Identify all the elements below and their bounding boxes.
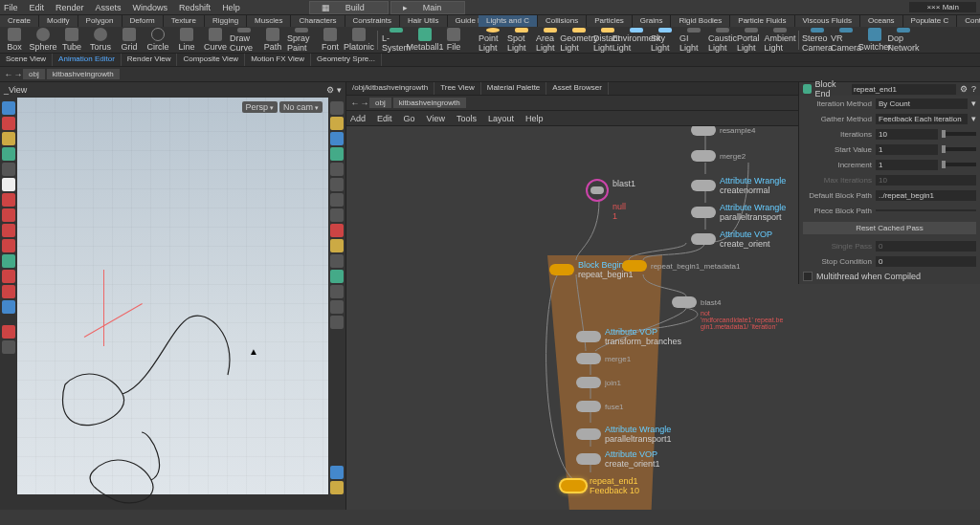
tool-icon[interactable]	[330, 101, 344, 115]
tool-line[interactable]: Line	[172, 28, 201, 53]
tab-scene-view[interactable]: Scene View	[0, 54, 53, 66]
param-value[interactable]	[876, 209, 976, 211]
node-repeat-begin1[interactable]: Block Beginrepeat_begin1	[549, 260, 634, 279]
viewport-opts-icon[interactable]: ⚙ ▾	[326, 85, 342, 95]
lightbulb-icon[interactable]	[330, 239, 344, 252]
menu-file[interactable]: File	[4, 3, 18, 12]
menu-edit[interactable]: Edit	[30, 3, 45, 12]
tab-network[interactable]: /obj/kitbashveingrowth	[346, 82, 434, 95]
param-slider[interactable]	[942, 163, 976, 166]
tab-render-view[interactable]: Render View	[122, 54, 178, 66]
path-obj[interactable]: obj	[23, 69, 45, 79]
tab-animation-editor[interactable]: Animation Editor	[53, 54, 122, 66]
node-create-orient1[interactable]: Attribute VOPcreate_orient1	[576, 449, 660, 469]
tab-material-palette[interactable]: Material Palette	[481, 82, 547, 95]
cam-dropdown[interactable]: No cam ▾	[279, 101, 323, 113]
node-repeat-end1[interactable]: repeat_end1Feedback 10	[561, 476, 639, 495]
point-light-icon[interactable]: Point Light	[479, 28, 507, 53]
node-paralleltransport1[interactable]: Attribute Wrangleparalleltransport1	[576, 425, 672, 444]
tool-icon[interactable]	[330, 270, 344, 283]
tool-curve[interactable]: Curve	[201, 28, 230, 53]
param-value[interactable]: 10	[876, 129, 938, 140]
tool-icon[interactable]	[330, 316, 344, 329]
node-paralleltransport[interactable]: Attribute Wrangleparalleltransport	[691, 203, 786, 222]
tool-icon[interactable]	[330, 466, 344, 479]
tool-platonic[interactable]: Platonic	[345, 28, 373, 53]
tool-spraypaint[interactable]: Spray Paint	[287, 28, 316, 53]
stereo-camera-icon[interactable]: Stereo Camera	[803, 28, 832, 53]
node-name-input[interactable]	[852, 84, 956, 95]
param-value[interactable]: 10	[876, 175, 976, 186]
tool-icon[interactable]	[330, 481, 344, 494]
tool-icon[interactable]	[2, 193, 15, 207]
tool-icon[interactable]	[2, 300, 15, 314]
tool-icon[interactable]	[2, 163, 15, 176]
nav-fwd-icon[interactable]: →	[360, 98, 369, 108]
menu-assets[interactable]: Assets	[96, 3, 122, 12]
param-value[interactable]: ../repeat_begin1	[876, 190, 976, 201]
nw-menu-go[interactable]: Go	[404, 114, 415, 123]
nw-menu-layout[interactable]: Layout	[488, 114, 514, 123]
tool-icon[interactable]	[330, 285, 344, 298]
tool-tube[interactable]: Tube	[57, 28, 86, 53]
node-createnormal[interactable]: Attribute Wranglecreatenormal	[691, 176, 786, 195]
node-create-orient[interactable]: Attribute VOPcreate_orient	[691, 230, 772, 249]
tool-icon[interactable]	[2, 208, 15, 222]
menu-redshift[interactable]: Redshift	[179, 3, 211, 12]
nw-menu-edit[interactable]: Edit	[377, 114, 392, 123]
tool-icon[interactable]	[2, 224, 15, 237]
tool-sphere[interactable]: Sphere	[29, 28, 57, 53]
path-obj[interactable]: obj	[369, 98, 391, 108]
nw-menu-help[interactable]: Help	[525, 114, 544, 123]
select-tool-icon[interactable]	[2, 101, 15, 115]
param-slider[interactable]	[942, 147, 976, 151]
help-icon[interactable]: ?	[971, 84, 976, 94]
tool-icon[interactable]	[330, 132, 344, 145]
tool-icon[interactable]	[2, 117, 15, 130]
tool-icon[interactable]	[2, 270, 15, 283]
tab-tree-view[interactable]: Tree View	[434, 82, 481, 95]
tool-icon[interactable]	[330, 254, 344, 268]
tab-motion-fx[interactable]: Motion FX View	[245, 54, 311, 66]
tool-icon[interactable]	[330, 178, 344, 191]
tool-icon[interactable]	[2, 340, 15, 354]
multithread-checkbox[interactable]	[803, 272, 813, 281]
viewport-3d[interactable]: Persp ▾ No cam ▾	[17, 98, 328, 494]
nav-back-icon[interactable]: ←	[350, 98, 360, 108]
node-blast1[interactable]: blast1null 1	[586, 179, 609, 202]
tab-geometry-spread[interactable]: Geometry Spre...	[311, 54, 382, 66]
nav-back-icon[interactable]: ←	[4, 70, 13, 79]
gear-icon[interactable]: ⚙	[960, 84, 968, 94]
tool-circle[interactable]: Circle	[144, 28, 172, 53]
tool-icon[interactable]	[2, 325, 15, 339]
param-value[interactable]: 1	[876, 144, 938, 155]
desktop-main[interactable]: ▸Main	[390, 1, 466, 14]
nw-menu-tools[interactable]: Tools	[457, 114, 477, 123]
menu-render[interactable]: Render	[56, 3, 84, 12]
param-slider[interactable]	[942, 132, 976, 136]
node-fuse1[interactable]: fuse1	[576, 401, 624, 412]
tool-icon[interactable]	[330, 224, 344, 237]
tool-box[interactable]: Box	[0, 28, 29, 53]
tool-icon[interactable]	[330, 193, 344, 207]
node-merge2[interactable]: merge2	[691, 150, 746, 162]
node-resample4[interactable]: resample4	[691, 126, 755, 136]
shelf-tab[interactable]: Create	[0, 15, 39, 27]
dropdown-icon[interactable]: ▾	[971, 98, 976, 108]
tool-grid[interactable]: Grid	[115, 28, 144, 53]
pointer-icon[interactable]	[2, 178, 15, 191]
tool-icon[interactable]	[330, 163, 344, 176]
tool-icon[interactable]	[330, 208, 344, 222]
param-value[interactable]: 0	[876, 241, 976, 252]
tool-icon[interactable]	[2, 147, 15, 161]
tool-torus[interactable]: Torus	[86, 28, 115, 53]
persp-dropdown[interactable]: Persp ▾	[242, 101, 278, 113]
node-blast4[interactable]: blast4	[672, 296, 721, 308]
path-asset[interactable]: kitbashveingrowth	[47, 69, 120, 79]
tool-icon[interactable]	[330, 300, 344, 314]
menu-windows[interactable]: Windows	[133, 3, 168, 12]
tool-icon[interactable]	[330, 147, 344, 161]
node-transform-branches[interactable]: Attribute VOPtransform_branches	[576, 327, 681, 346]
desktop-right[interactable]: ××× Main	[909, 2, 976, 12]
path-asset[interactable]: kitbashveingrowth	[393, 98, 466, 108]
